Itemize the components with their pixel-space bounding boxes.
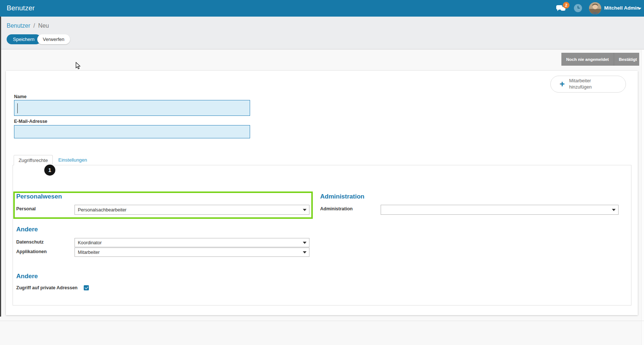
select-caret-icon bbox=[612, 209, 616, 211]
mouse-cursor-icon bbox=[76, 62, 81, 69]
status-noch-nie-angemeldet[interactable]: Noch nie angemeldet bbox=[561, 53, 614, 66]
private-addresses-checkbox[interactable] bbox=[84, 285, 89, 290]
page: Benutzer 2 Mitchell Admin Benutzer / Neu… bbox=[0, 0, 644, 345]
tab-einstellungen[interactable]: Einstellungen bbox=[58, 157, 87, 163]
add-employee-button[interactable]: + Mitarbeiter hinzufügen bbox=[550, 76, 626, 93]
breadcrumb-benutzer[interactable]: Benutzer bbox=[7, 23, 30, 29]
datenschutz-label: Datenschutz bbox=[16, 239, 44, 245]
add-employee-label: Mitarbeiter hinzufügen bbox=[569, 78, 592, 90]
personal-select[interactable]: Personalsachbearbeiter bbox=[75, 205, 309, 215]
save-button[interactable]: Speichern bbox=[7, 34, 41, 44]
scrollbar-track[interactable] bbox=[641, 50, 644, 345]
name-label: Name bbox=[14, 94, 27, 99]
avatar[interactable] bbox=[589, 2, 601, 14]
messages-count-badge: 2 bbox=[563, 2, 569, 8]
administration-label: Administration bbox=[320, 206, 353, 211]
group-title-personalwesen: Personalwesen bbox=[16, 193, 62, 200]
personal-select-value: Personalsachbearbeiter bbox=[78, 207, 127, 213]
applikationen-select[interactable]: Mitarbeiter bbox=[75, 248, 309, 257]
select-caret-icon bbox=[303, 209, 307, 211]
text-cursor bbox=[17, 103, 18, 113]
app-title: Benutzer bbox=[7, 4, 35, 12]
email-label: E-Mail-Adresse bbox=[14, 119, 47, 124]
name-input[interactable] bbox=[14, 100, 250, 116]
group-title-andere-2: Andere bbox=[16, 273, 38, 280]
plus-icon: + bbox=[560, 80, 565, 89]
applikationen-label: Applikationen bbox=[16, 249, 47, 254]
tab-zugriffsrechte[interactable]: Zugriffsrechte bbox=[14, 155, 53, 165]
group-title-administration: Administration bbox=[320, 193, 364, 200]
breadcrumb-separator: / bbox=[32, 23, 37, 29]
breadcrumb-current: Neu bbox=[38, 23, 49, 29]
annotation-step-badge: 1 bbox=[44, 165, 55, 176]
administration-select[interactable] bbox=[381, 205, 619, 215]
control-panel: Benutzer / Neu Speichern Verwerfen bbox=[0, 17, 644, 49]
activities-clock-icon[interactable] bbox=[574, 4, 582, 12]
select-caret-icon bbox=[303, 251, 307, 253]
avatar-image bbox=[589, 2, 601, 14]
status-bestaetigt[interactable]: Bestätigt bbox=[614, 53, 642, 66]
tab-content-panel bbox=[13, 165, 631, 306]
applikationen-select-value: Mitarbeiter bbox=[78, 250, 100, 255]
content-divider bbox=[0, 321, 644, 321]
chevron-down-icon[interactable] bbox=[638, 8, 641, 10]
datenschutz-select-value: Koordinator bbox=[78, 240, 102, 245]
group-title-andere-1: Andere bbox=[16, 226, 38, 233]
app-bar: Benutzer 2 Mitchell Admin bbox=[0, 0, 644, 17]
personal-label: Personal bbox=[16, 206, 36, 211]
breadcrumb: Benutzer / Neu bbox=[7, 23, 49, 29]
discard-button[interactable]: Verwerfen bbox=[37, 34, 70, 44]
left-edge-strip bbox=[0, 17, 1, 317]
user-menu[interactable]: Mitchell Admin bbox=[604, 5, 640, 11]
select-caret-icon bbox=[303, 242, 307, 244]
datenschutz-select[interactable]: Koordinator bbox=[75, 238, 309, 247]
private-addresses-label: Zugriff auf private Adressen bbox=[16, 285, 77, 290]
statusbar: Noch nie angemeldet Bestätigt bbox=[561, 53, 639, 66]
email-input[interactable] bbox=[14, 125, 250, 138]
